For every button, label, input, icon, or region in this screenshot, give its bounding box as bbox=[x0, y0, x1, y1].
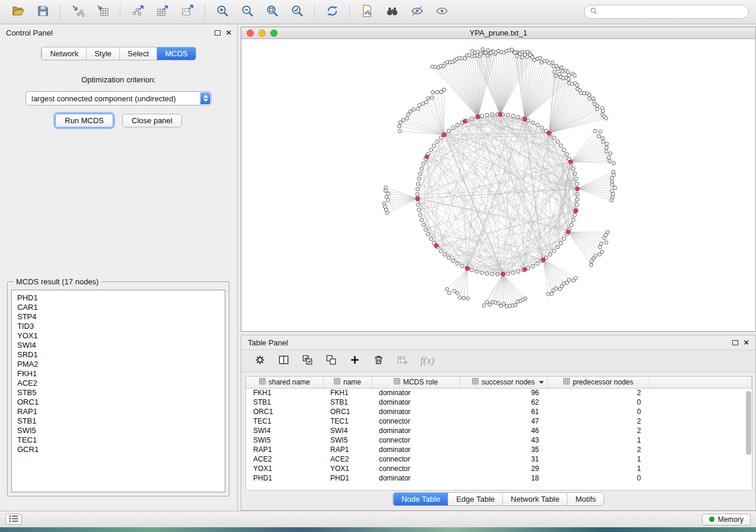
memory-button[interactable]: Memory bbox=[702, 514, 751, 525]
table-row[interactable]: ACE2 ACE2 connector 31 1 bbox=[246, 454, 752, 464]
folder-open-icon bbox=[11, 4, 25, 20]
criterion-selected-value: largest connected component (undirected) bbox=[31, 94, 176, 103]
import-network-button[interactable] bbox=[67, 2, 88, 21]
refresh-view-button[interactable] bbox=[321, 2, 343, 21]
run-mcds-button[interactable]: Run MCDS bbox=[55, 114, 113, 127]
table-panel-tab[interactable]: Network Table bbox=[502, 493, 567, 505]
table-scrollbar[interactable] bbox=[746, 391, 751, 455]
mcds-result-item[interactable]: TEC1 bbox=[17, 435, 219, 445]
zoom-fit-button[interactable] bbox=[261, 2, 283, 21]
add-column-plus-icon[interactable] bbox=[349, 354, 361, 368]
mcds-result-item[interactable]: STB1 bbox=[17, 416, 219, 426]
list-menu-icon bbox=[9, 514, 19, 525]
hide-selected-button[interactable] bbox=[406, 2, 428, 21]
show-all-button[interactable] bbox=[431, 2, 452, 21]
zoom-fit-icon bbox=[266, 4, 279, 20]
mcds-result-item[interactable]: SWI4 bbox=[17, 341, 219, 350]
mcds-result-item[interactable]: STP4 bbox=[17, 312, 219, 322]
window-close-button[interactable] bbox=[247, 30, 254, 37]
floppy-disk-icon bbox=[36, 4, 50, 20]
table-row[interactable]: STB1 STB1 dominator 62 0 bbox=[246, 398, 752, 407]
control-panel-tab[interactable]: Select bbox=[119, 47, 157, 60]
memory-status-dot bbox=[709, 517, 714, 522]
mcds-result-item[interactable]: SWI5 bbox=[17, 426, 219, 435]
mcds-result-item[interactable]: CAR1 bbox=[17, 303, 219, 312]
close-panel-icon[interactable]: × bbox=[226, 30, 231, 36]
export-table-button[interactable] bbox=[152, 2, 173, 21]
network-canvas[interactable] bbox=[241, 39, 755, 331]
task-history-button[interactable] bbox=[5, 514, 22, 525]
select-all-icon[interactable] bbox=[302, 354, 313, 368]
mcds-result-item[interactable]: STB5 bbox=[17, 388, 219, 398]
table-row[interactable]: RAP1 RAP1 dominator 35 2 bbox=[246, 445, 752, 454]
table-row[interactable]: ORC1 ORC1 dominator 61 0 bbox=[246, 407, 752, 416]
select-stepper-icon bbox=[200, 92, 210, 104]
table-row[interactable]: SWI4 SWI4 dominator 46 2 bbox=[246, 426, 752, 435]
deselect-all-icon[interactable] bbox=[326, 354, 337, 368]
column-header-name[interactable]: name bbox=[323, 377, 372, 388]
import-table-button[interactable] bbox=[92, 2, 113, 21]
table-row[interactable]: YOX1 YOX1 connector 29 1 bbox=[246, 464, 752, 473]
mcds-result-item[interactable]: RAP1 bbox=[17, 407, 219, 416]
toolbar-separator bbox=[349, 4, 350, 20]
mcds-result-item[interactable]: YOX1 bbox=[17, 331, 219, 341]
optimization-criterion-label: Optimization criterion: bbox=[0, 75, 237, 84]
zoom-selected-button[interactable] bbox=[286, 2, 308, 21]
show-columns-icon[interactable] bbox=[278, 354, 289, 368]
close-panel-button[interactable]: Close panel bbox=[122, 114, 182, 127]
column-header-shared-name[interactable]: shared name bbox=[246, 377, 323, 388]
mcds-result-item[interactable]: GCR1 bbox=[17, 445, 219, 454]
desktop-wallpaper-strip bbox=[0, 527, 756, 532]
mcds-result-item[interactable]: TID3 bbox=[17, 322, 219, 331]
table-toolbar: f(x) bbox=[241, 350, 755, 372]
export-network-button[interactable] bbox=[127, 2, 148, 21]
save-session-button[interactable] bbox=[32, 2, 53, 21]
search-input[interactable] bbox=[601, 7, 743, 17]
column-header-successor-nodes[interactable]: successor nodes bbox=[460, 377, 547, 388]
table-settings-gear-icon[interactable] bbox=[254, 354, 266, 368]
search-icon bbox=[590, 7, 598, 17]
attribute-grid-icon bbox=[563, 378, 570, 386]
clone-network-button[interactable] bbox=[356, 2, 378, 21]
mcds-result-item[interactable]: FKH1 bbox=[17, 369, 219, 379]
zoom-in-button[interactable] bbox=[212, 2, 233, 21]
open-file-button[interactable] bbox=[7, 2, 28, 21]
criterion-select[interactable]: largest connected component (undirected) bbox=[25, 91, 212, 105]
column-header-predecessor-nodes[interactable]: predecessor nodes bbox=[547, 377, 649, 388]
control-panel-tab[interactable]: MCDS bbox=[157, 47, 195, 60]
function-builder-icon: f(x) bbox=[420, 355, 435, 367]
toolbar-separator bbox=[120, 4, 120, 20]
window-minimize-button[interactable] bbox=[259, 30, 266, 37]
export-network-icon bbox=[131, 4, 145, 20]
mcds-result-item[interactable]: ORC1 bbox=[17, 398, 219, 407]
float-panel-icon[interactable] bbox=[215, 30, 221, 36]
refresh-icon bbox=[326, 4, 339, 20]
control-panel-tab[interactable]: Network bbox=[42, 47, 86, 60]
export-image-icon bbox=[181, 4, 194, 20]
first-neighbors-button[interactable] bbox=[381, 2, 403, 21]
table-panel-tab[interactable]: Motifs bbox=[567, 493, 604, 505]
mcds-result-item[interactable]: ACE2 bbox=[17, 379, 219, 388]
column-header-mcds-role[interactable]: MCDS role bbox=[372, 377, 460, 388]
zoom-out-icon bbox=[241, 4, 254, 20]
table-row[interactable]: SWI5 SWI5 connector 43 1 bbox=[246, 435, 752, 445]
toolbar-separator bbox=[314, 4, 315, 20]
float-panel-icon[interactable] bbox=[732, 340, 738, 345]
close-panel-icon[interactable]: × bbox=[744, 339, 749, 345]
mcds-result-item[interactable]: SRD1 bbox=[17, 350, 219, 360]
table-row[interactable]: PHD1 PHD1 dominator 18 0 bbox=[246, 473, 752, 483]
table-row[interactable]: TEC1 TEC1 connector 47 2 bbox=[246, 416, 752, 426]
mcds-result-item[interactable]: PMA2 bbox=[17, 360, 219, 369]
zoom-out-button[interactable] bbox=[237, 2, 258, 21]
control-panel-tab[interactable]: Style bbox=[86, 47, 119, 60]
export-image-button[interactable] bbox=[177, 2, 198, 21]
table-panel-tab[interactable]: Edge Table bbox=[448, 493, 502, 505]
table-panel-tab[interactable]: Node Table bbox=[393, 493, 448, 505]
mcds-result-item[interactable]: PHD1 bbox=[17, 293, 219, 303]
chevron-down-icon[interactable] bbox=[539, 381, 544, 384]
mcds-result-list: PHD1CAR1STP4TID3YOX1SWI4SRD1PMA2FKH1ACE2… bbox=[11, 290, 225, 492]
table-panel-tabs: Node TableEdge TableNetwork TableMotifs bbox=[393, 492, 604, 506]
table-row[interactable]: FKH1 FKH1 dominator 96 2 bbox=[246, 388, 752, 398]
window-maximize-button[interactable] bbox=[270, 30, 277, 37]
delete-column-trash-icon[interactable] bbox=[373, 354, 384, 368]
